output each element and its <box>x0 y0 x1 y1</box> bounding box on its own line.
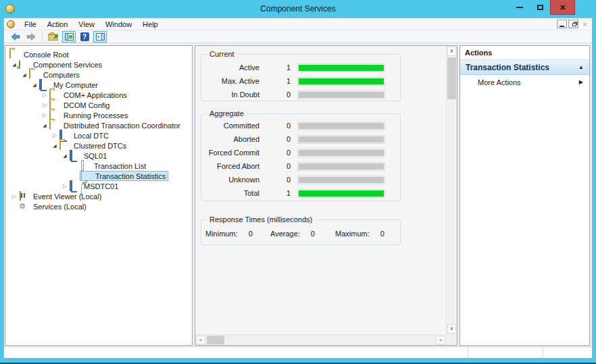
expanded-icon[interactable]: ◢ <box>60 151 70 161</box>
show-hide-console-tree-button[interactable] <box>62 31 76 43</box>
aggregate-groupbox: Aggregate Committed 0 Aborted 0 For <box>201 113 401 201</box>
tree-item-label: Console Root <box>22 51 70 59</box>
minimize-icon <box>560 26 564 27</box>
tree-item-sql01[interactable]: ◢ SQL01 <box>5 151 192 161</box>
scroll-left-button[interactable]: < <box>196 336 205 344</box>
maximize-button[interactable] <box>530 0 550 15</box>
snapin-icon <box>7 20 15 28</box>
expanded-icon[interactable]: ◢ <box>20 70 29 80</box>
actions-pane-header: Actions <box>460 46 589 60</box>
tree-item-transaction-list[interactable]: Transaction List <box>5 161 192 171</box>
show-hide-action-pane-button[interactable] <box>93 31 107 43</box>
menu-help[interactable]: Help <box>137 18 164 30</box>
tree-item-label: Running Processes <box>62 111 129 120</box>
tree-item-clustered-dtcs[interactable]: ◢ Clustered DTCs <box>5 140 192 151</box>
transaction-list-icon <box>80 161 91 170</box>
vertical-scrollbar[interactable]: ∧ ∨ <box>446 46 457 334</box>
tree-item-running-processes[interactable]: ▷ Running Processes <box>5 110 192 120</box>
stat-bar <box>297 176 385 184</box>
expanded-icon[interactable]: ◢ <box>50 140 59 151</box>
horizontal-scroll-thumb[interactable] <box>207 336 224 344</box>
computer-icon <box>70 151 80 160</box>
stat-value: 0 <box>259 135 297 143</box>
back-button[interactable] <box>9 31 22 43</box>
stat-value: 0 <box>259 122 297 130</box>
collapsed-icon[interactable]: ▷ <box>50 130 59 140</box>
up-one-level-button[interactable] <box>47 31 60 43</box>
title-bar[interactable]: Component Services × <box>0 0 596 18</box>
tree-item-services[interactable]: ⚙ Services (Local) <box>5 201 192 211</box>
horizontal-scrollbar[interactable]: < > <box>195 334 446 345</box>
forward-button[interactable] <box>24 31 38 43</box>
menu-action[interactable]: Action <box>42 18 74 30</box>
tree-item-com-plus-applications[interactable]: ▷ COM+ Applications <box>5 90 192 100</box>
tree-item-label: My Computer <box>52 81 99 89</box>
collapsed-icon[interactable]: ▷ <box>40 100 49 110</box>
expanded-icon[interactable]: ◢ <box>30 80 39 90</box>
folder-icon <box>59 141 70 150</box>
collapse-section-icon[interactable]: ▲ <box>578 64 584 70</box>
collapsed-icon[interactable]: ▷ <box>60 181 70 191</box>
collapsed-icon[interactable]: ▷ <box>40 110 49 120</box>
tree-item-label: Transaction Statistics <box>94 172 167 180</box>
collapsed-icon[interactable]: ▷ <box>9 191 19 201</box>
tree-item-label: Component Services <box>32 61 103 69</box>
scroll-right-button[interactable]: > <box>436 336 445 344</box>
scroll-up-button[interactable]: ∧ <box>447 47 456 56</box>
status-cell <box>543 347 592 358</box>
current-groupbox: Current Active 1 Max. Active 1 In D <box>201 54 401 101</box>
stat-label: Maximum: <box>335 230 370 238</box>
groupbox-title: Response Times (milliseconds) <box>207 215 315 224</box>
response-average: Average: 0 <box>270 230 335 238</box>
tree-item-computers[interactable]: ◢ Computers <box>5 70 192 80</box>
stat-row-forced-abort: Forced Abort 0 <box>201 159 400 173</box>
tree-item-label: Clustered DTCs <box>72 142 128 150</box>
stat-row-in-doubt: In Doubt 0 <box>201 88 400 101</box>
scroll-down-button[interactable]: ∨ <box>447 324 456 334</box>
maximize-icon <box>537 5 543 10</box>
help-button[interactable] <box>78 31 91 43</box>
tree-item-dcom-config[interactable]: ▷ DCOM Config <box>5 100 192 110</box>
child-close-button: × <box>580 20 590 28</box>
tree-item-my-computer[interactable]: ◢ My Computer <box>5 80 192 90</box>
stat-value: 0 <box>311 230 315 238</box>
console-content: Console Root ◢ Component Services ◢ Comp… <box>4 43 592 346</box>
stat-row-committed: Committed 0 <box>201 119 400 132</box>
window-controls: × <box>510 0 575 15</box>
tree-item-label: COM+ Applications <box>62 91 128 99</box>
stat-label: Total <box>201 189 259 197</box>
action-pane-icon <box>96 33 105 41</box>
actions-pane: Actions Transaction Statistics ▲ More Ac… <box>460 45 590 346</box>
menu-file[interactable]: File <box>19 18 42 30</box>
minimize-button[interactable] <box>510 0 530 15</box>
computer-icon <box>70 182 80 190</box>
groupbox-title: Current <box>207 50 237 58</box>
menu-window[interactable]: Window <box>100 18 137 30</box>
stat-row-active: Active 1 <box>201 61 400 74</box>
vertical-scroll-thumb[interactable] <box>447 57 456 99</box>
stat-value: 0 <box>259 162 297 170</box>
tree-item-local-dtc[interactable]: ▷ Local DTC <box>5 130 192 140</box>
actions-section-transaction-statistics[interactable]: Transaction Statistics ▲ <box>460 60 589 75</box>
child-restore-button[interactable] <box>568 20 578 28</box>
tree-item-msdtc01[interactable]: ▷ MSDTC01 <box>5 181 192 191</box>
more-actions-item[interactable]: More Actions ▶ <box>460 75 589 89</box>
stat-row-max-active: Max. Active 1 <box>201 74 400 88</box>
collapsed-icon[interactable]: ▷ <box>40 90 49 100</box>
tree-item-label: Event Viewer (Local) <box>32 192 103 201</box>
expanded-icon[interactable]: ◢ <box>40 120 49 130</box>
stat-bar <box>297 90 385 99</box>
close-button[interactable]: × <box>550 0 575 15</box>
stat-bar <box>297 162 385 171</box>
tree-item-event-viewer[interactable]: ▷ Event Viewer (Local) <box>5 191 192 201</box>
child-minimize-button[interactable] <box>557 20 567 28</box>
menu-view[interactable]: View <box>73 18 100 30</box>
forward-icon <box>26 33 36 41</box>
tree-item-transaction-statistics[interactable]: Transaction Statistics <box>5 171 192 181</box>
tree-item-distributed-transaction-coordinator[interactable]: ◢ Distributed Transaction Coordinator <box>5 120 192 130</box>
tree-item-console-root[interactable]: Console Root <box>5 49 192 59</box>
stat-row-unknown: Unknown 0 <box>201 173 400 186</box>
selected-tree-item: Transaction Statistics <box>80 171 168 181</box>
stat-label: Aborted <box>201 135 259 143</box>
scrollbar-corner <box>446 334 457 345</box>
